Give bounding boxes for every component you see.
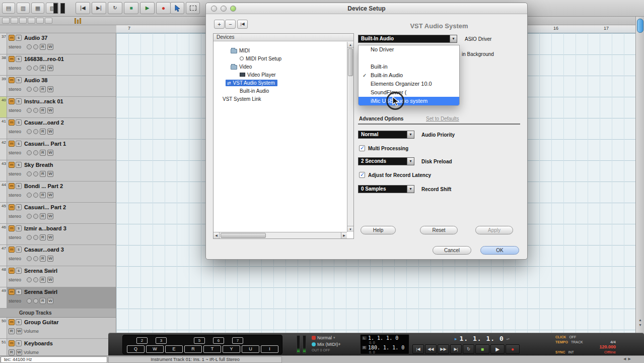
chevron-down-icon[interactable]: ▾	[407, 131, 414, 138]
window-layout-icon[interactable]: ▥	[17, 3, 30, 14]
sync-value[interactable]: INT	[568, 350, 574, 354]
mini-toolbar-button[interactable]	[11, 18, 18, 24]
driver-menu-item[interactable]: Built-in	[359, 63, 459, 71]
record-latency-checkbox[interactable]	[359, 172, 365, 178]
chevron-down-icon[interactable]: ▾	[407, 186, 414, 193]
arrow-tool-button[interactable]	[170, 2, 184, 14]
disk-preload-select[interactable]: 2 Seconds ▾	[358, 157, 414, 165]
device-tree-item[interactable]: Video Player	[213, 71, 347, 79]
reset-device-button[interactable]: |◀	[237, 20, 248, 29]
solo-button[interactable]: s	[16, 319, 22, 325]
virtual-key[interactable]: 7	[232, 337, 243, 344]
virtual-keyboard[interactable]: 23567 QWERTYUI	[122, 335, 282, 354]
read-automation-button[interactable]: R	[40, 171, 46, 177]
track-row[interactable]: 45 m s Casuari... Part 2 stereo R W	[0, 203, 116, 224]
automation-mode-row[interactable]: Normal ▾	[312, 334, 359, 341]
write-automation-button[interactable]: W	[47, 298, 53, 304]
record-enable-button[interactable]	[27, 256, 32, 261]
monitor-button[interactable]	[33, 171, 38, 176]
write-automation-button[interactable]: W	[47, 256, 53, 262]
output-bus-row[interactable]: Mix (MIDI)+	[312, 341, 359, 347]
mute-button[interactable]: m	[9, 56, 15, 62]
read-automation-button[interactable]: R	[40, 86, 46, 92]
multi-processing-checkbox[interactable]	[359, 145, 365, 151]
mute-button[interactable]: m	[9, 204, 15, 210]
solo-button[interactable]: s	[16, 247, 22, 253]
mini-toolbar-button[interactable]	[28, 18, 35, 24]
write-automation-button[interactable]: W	[47, 65, 53, 71]
mute-button[interactable]: m	[9, 340, 15, 346]
scroll-down-icon[interactable]: ▼	[636, 323, 644, 327]
read-automation-button[interactable]: R	[40, 234, 46, 240]
scrollbar-thumb[interactable]	[637, 19, 643, 33]
time-signature[interactable]: 4/4	[610, 340, 616, 344]
set-to-defaults-link[interactable]: Set to Defaults	[426, 116, 459, 122]
solo-button[interactable]: s	[16, 340, 22, 346]
transport-button[interactable]: ■	[475, 344, 489, 354]
monitor-button[interactable]	[33, 66, 38, 71]
device-tree-item[interactable]: Built-in Audio	[213, 87, 347, 95]
toolbar-transport-button[interactable]: ▶|	[92, 2, 106, 14]
record-enable-button[interactable]	[27, 108, 32, 113]
record-enable-button[interactable]	[27, 171, 32, 176]
read-automation-button[interactable]: R	[40, 277, 46, 283]
track-row[interactable]: 40 m s Instru...rack 01 stereo R W	[0, 97, 116, 118]
tempo-bpm-value[interactable]: 120.000	[599, 344, 616, 349]
minimize-icon[interactable]	[221, 6, 227, 12]
track-row[interactable]: 46 m s Izmir a...board 3 stereo R W	[0, 224, 116, 245]
mute-button[interactable]: m	[9, 247, 15, 253]
solo-button[interactable]: s	[16, 225, 22, 231]
monitor-button[interactable]	[33, 298, 38, 304]
window-layout-icon[interactable]: ▤	[2, 3, 15, 14]
driver-menu-item[interactable]: No Driver	[359, 45, 459, 54]
device-tree-item[interactable]: VST System Link	[213, 95, 347, 103]
chevron-down-icon[interactable]: ▾	[450, 35, 457, 42]
solo-button[interactable]: s	[16, 119, 22, 126]
group-tracks-header[interactable]: Group Tracks	[0, 309, 116, 318]
virtual-key[interactable]: 6	[213, 337, 224, 344]
record-enable-button[interactable]	[27, 66, 32, 71]
solo-button[interactable]: s	[16, 204, 22, 210]
toolbar-transport-button[interactable]: ■	[124, 2, 138, 14]
mini-toolbar-button[interactable]	[45, 18, 52, 24]
mute-button[interactable]: m	[9, 119, 15, 126]
read-automation-button[interactable]: R	[40, 298, 46, 304]
mute-button[interactable]: m	[9, 289, 15, 295]
read-automation-button[interactable]: R	[9, 349, 15, 355]
meter-bars-icon[interactable]	[75, 18, 81, 24]
devices-vertical-scrollbar[interactable]: ▲ ▼	[347, 42, 353, 232]
track-row[interactable]: 48 m s Serena Swirl stereo R W	[0, 266, 116, 287]
scroll-left-icon[interactable]: ◀	[213, 232, 220, 238]
window-layout-icon[interactable]: ▦	[31, 3, 44, 14]
close-icon[interactable]	[211, 6, 217, 12]
virtual-key[interactable]: I	[261, 345, 278, 353]
record-enable-button[interactable]	[27, 235, 32, 240]
solo-button[interactable]: s	[16, 162, 22, 168]
monitor-button[interactable]	[33, 277, 38, 282]
ok-button[interactable]: OK	[480, 246, 519, 255]
mute-button[interactable]: m	[9, 98, 15, 104]
monitor-button[interactable]	[33, 150, 38, 155]
solo-button[interactable]: s	[16, 289, 22, 295]
zoom-icon[interactable]	[230, 6, 236, 12]
record-enable-button[interactable]	[27, 277, 32, 282]
write-automation-button[interactable]: W	[47, 171, 53, 177]
solo-button[interactable]: s	[16, 141, 22, 147]
driver-menu-item[interactable]: Elements Organizer 10.0	[359, 80, 459, 88]
asio-driver-select[interactable]: Built-In Audio ▾	[358, 35, 457, 43]
transport-button[interactable]: ▶|	[450, 344, 462, 354]
monitor-button[interactable]	[33, 214, 38, 219]
read-automation-button[interactable]: R	[9, 328, 15, 334]
solo-button[interactable]: s	[16, 56, 22, 62]
read-automation-button[interactable]: R	[40, 129, 46, 135]
read-automation-button[interactable]: R	[40, 150, 46, 156]
toolbar-transport-button[interactable]: |◀	[76, 2, 90, 14]
locator-display[interactable]: L 1. 1. 1. 0 0. 0 R 180. 1. 1. 0 0. 0	[360, 334, 409, 354]
write-automation-button[interactable]: W	[47, 86, 53, 92]
track-row[interactable]: 41 m s Casuar...oard 2 stereo R W	[0, 118, 116, 139]
write-automation-button[interactable]: W	[47, 234, 53, 240]
read-automation-button[interactable]: R	[40, 213, 46, 219]
scrollbar-thumb[interactable]	[348, 48, 353, 76]
transport-button[interactable]: ▶▶	[438, 344, 449, 354]
device-tree-item[interactable]: Video	[213, 63, 347, 71]
